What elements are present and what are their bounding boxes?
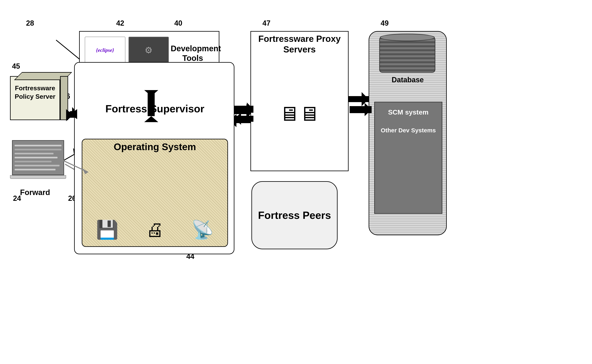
svg-marker-24: [76, 109, 83, 121]
svg-marker-30: [144, 116, 158, 122]
diagram-container: 28 40 42 44 45 46 47 49 49a 49b 24 26 {e…: [0, 0, 592, 364]
connection-arrows: [0, 0, 592, 364]
svg-marker-34: [234, 113, 241, 125]
svg-marker-36: [365, 103, 372, 116]
svg-rect-28: [148, 90, 155, 103]
svg-rect-29: [148, 103, 155, 116]
svg-marker-32: [247, 103, 253, 116]
